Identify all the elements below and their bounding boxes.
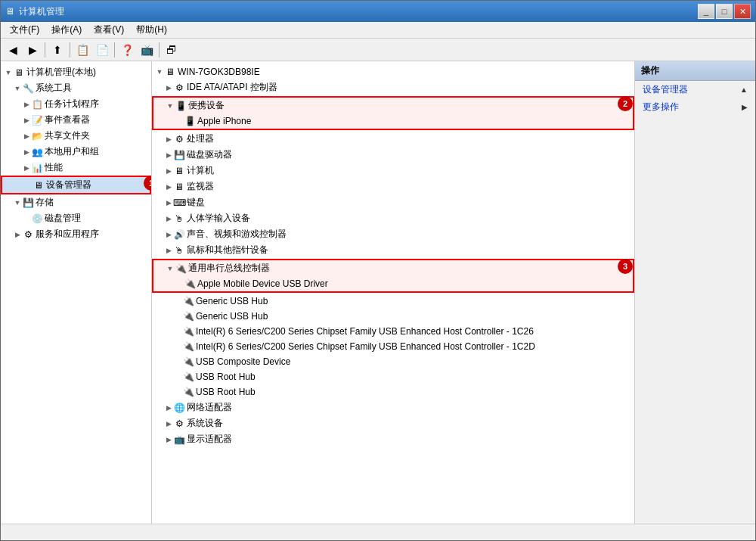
sidebar-item-system-tools[interactable]: ▼ 🔧 系统工具 [1, 80, 151, 96]
expand-portable: ▼ [166, 101, 175, 110]
system-tools-label: 系统工具 [36, 82, 72, 95]
shared-label: 共享文件夹 [45, 129, 90, 142]
center-ide[interactable]: ▶ ⚙ IDE ATA/ATAPI 控制器 [152, 79, 634, 95]
center-audio[interactable]: ▶ 🔊 声音、视频和游戏控制器 [152, 226, 634, 242]
hub1-label: Generic USB Hub [196, 296, 268, 306]
center-generic-hub2[interactable]: 🔌 Generic USB Hub [152, 309, 634, 324]
menu-file[interactable]: 文件(F) [4, 22, 45, 38]
sidebar-item-shared-folders[interactable]: ▶ 📂 共享文件夹 [1, 128, 151, 144]
monitor-label: 监视器 [187, 180, 214, 193]
sidebar-item-storage[interactable]: ▼ 💾 存储 [1, 194, 151, 210]
center-portable[interactable]: ▼ 📱 便携设备 [153, 98, 633, 113]
center-generic-hub1[interactable]: 🔌 Generic USB Hub [152, 294, 634, 309]
iphone-icon: 📱 [184, 115, 196, 127]
network-icon: 🌐 [173, 402, 185, 414]
root2-icon: 🔌 [182, 386, 194, 398]
iphone-label: Apple iPhone [197, 116, 251, 126]
root1-icon: 🔌 [182, 371, 194, 383]
hub2-label: Generic USB Hub [196, 311, 268, 322]
center-display-adapter[interactable]: ▶ 📺 显示适配器 [152, 431, 634, 447]
expand-iphone [175, 117, 184, 126]
maximize-button[interactable]: □ [716, 4, 733, 19]
forward-button[interactable]: ▶ [23, 41, 42, 59]
root2-label: USB Root Hub [196, 387, 256, 397]
users-icon: 👥 [31, 146, 43, 158]
expand-ide: ▶ [164, 83, 173, 92]
menu-help[interactable]: 帮助(H) [130, 22, 173, 38]
expand-keyboard: ▶ [164, 198, 173, 207]
up-button[interactable]: ⬆ [48, 41, 67, 59]
menu-view[interactable]: 查看(V) [88, 22, 130, 38]
sidebar-item-performance[interactable]: ▶ 📊 性能 [1, 160, 151, 176]
back-button[interactable]: ◀ [4, 41, 22, 59]
center-computer[interactable]: ▶ 🖥 计算机 [152, 163, 634, 179]
chevron-right-icon: ▲ [740, 86, 748, 94]
close-button[interactable]: ✕ [734, 4, 751, 19]
expand-computer: ▶ [164, 166, 173, 176]
composite-icon: 🔌 [182, 356, 194, 368]
audio-label: 声音、视频和游戏控制器 [187, 228, 287, 241]
sidebar-item-device-manager[interactable]: 🖥 设备管理器 [1, 176, 151, 194]
expand-icon-shared: ▶ [22, 132, 31, 141]
system-device-icon: ⚙ [173, 418, 185, 430]
center-apple-iphone[interactable]: 📱 Apple iPhone [153, 113, 633, 129]
properties-button[interactable]: 📄 [93, 41, 111, 59]
center-apple-usb[interactable]: 🔌 Apple Mobile Device USB Driver [153, 276, 633, 291]
toolbar-separator-2 [70, 42, 70, 58]
usb-ctrl-icon: 🔌 [175, 263, 187, 275]
storage-label: 存储 [36, 196, 54, 209]
action-more[interactable]: 更多操作 ▶ [635, 98, 755, 116]
center-hid[interactable]: ▶ 🖱 人体学输入设备 [152, 210, 634, 226]
root-icon: 🖥 [13, 67, 25, 79]
center-usb-root1[interactable]: 🔌 USB Root Hub [152, 369, 634, 384]
console-button[interactable]: 📺 [138, 41, 156, 59]
window-title: 计算机管理 [19, 5, 64, 18]
expand-hub2 [173, 312, 182, 321]
center-keyboard[interactable]: ▶ ⌨ 键盘 [152, 194, 634, 210]
center-processor[interactable]: ▶ ⚙ 处理器 [152, 131, 634, 147]
expand-icon-devmgr [23, 181, 33, 190]
action-device-manager[interactable]: 设备管理器 ▲ [635, 81, 755, 98]
center-usb-ctrl[interactable]: ▼ 🔌 通用串行总线控制器 [153, 260, 633, 276]
users-label: 本地用户和组 [45, 145, 99, 158]
keyboard-label: 键盘 [187, 196, 205, 209]
status-bar [1, 524, 755, 540]
display-label: 显示适配器 [187, 433, 232, 446]
ide-label: IDE ATA/ATAPI 控制器 [187, 81, 277, 94]
sidebar-item-local-users[interactable]: ▶ 👥 本地用户和组 [1, 144, 151, 160]
expand-icon-task: ▶ [22, 100, 31, 109]
toolbar-separator-3 [114, 42, 115, 58]
task-label: 任务计划程序 [45, 98, 99, 110]
center-intel-usb1[interactable]: 🔌 Intel(R) 6 Series/C200 Series Chipset … [152, 324, 634, 339]
perf-label: 性能 [45, 161, 63, 174]
shared-icon: 📂 [31, 130, 43, 142]
center-root[interactable]: ▼ 🖥 WIN-7GOK3DB98IE [152, 64, 634, 79]
center-mice[interactable]: ▶ 🖱 鼠标和其他指针设备 [152, 242, 634, 258]
center-monitor[interactable]: ▶ 🖥 监视器 [152, 179, 634, 194]
chevron-right-icon-2: ▶ [742, 103, 748, 111]
expand-icon-services: ▶ [13, 230, 22, 239]
center-intel-usb2[interactable]: 🔌 Intel(R) 6 Series/C200 Series Chipset … [152, 339, 634, 354]
help-button[interactable]: ❓ [118, 41, 136, 59]
intel1-label: Intel(R) 6 Series/C200 Series Chipset Fa… [196, 326, 534, 337]
new-window-button[interactable]: 🗗 [163, 41, 181, 59]
sidebar-item-root[interactable]: ▼ 🖥 计算机管理(本地) [1, 64, 151, 80]
center-usb-root2[interactable]: 🔌 USB Root Hub [152, 384, 634, 400]
sidebar-item-disk-management[interactable]: 💿 磁盘管理 [1, 210, 151, 226]
left-panel: ▼ 🖥 计算机管理(本地) ▼ 🔧 系统工具 ▶ 📋 任务计划程序 ▶ 📝 事件… [1, 61, 152, 524]
menu-action[interactable]: 操作(A) [45, 22, 88, 38]
center-usb-composite[interactable]: 🔌 USB Composite Device [152, 354, 634, 369]
center-system-device[interactable]: ▶ ⚙ 系统设备 [152, 415, 634, 431]
sidebar-item-services[interactable]: ▶ ⚙ 服务和应用程序 [1, 226, 151, 242]
sidebar-item-event-viewer[interactable]: ▶ 📝 事件查看器 [1, 112, 151, 128]
expand-icon-storage: ▼ [13, 198, 22, 207]
mice-icon: 🖱 [173, 244, 185, 257]
center-disk-drive[interactable]: ▶ 💾 磁盘驱动器 [152, 147, 634, 163]
event-label: 事件查看器 [45, 113, 90, 126]
root-label: 计算机管理(本地) [26, 66, 96, 79]
center-network[interactable]: ▶ 🌐 网络适配器 [152, 400, 634, 415]
sidebar-item-task-scheduler[interactable]: ▶ 📋 任务计划程序 [1, 96, 151, 112]
show-hide-button[interactable]: 📋 [73, 41, 91, 59]
expand-monitor: ▶ [164, 182, 173, 191]
minimize-button[interactable]: _ [698, 4, 714, 19]
